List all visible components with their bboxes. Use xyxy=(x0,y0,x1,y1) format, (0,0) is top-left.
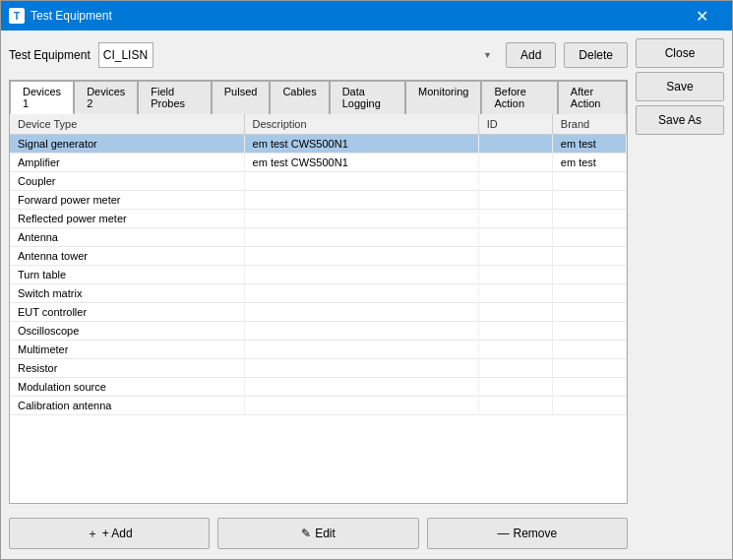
cell-id xyxy=(478,135,552,154)
table-row[interactable]: Resistor xyxy=(10,359,627,378)
edit-device-button[interactable]: ✎ Edit xyxy=(217,518,418,549)
delete-equipment-button[interactable]: Delete xyxy=(564,42,628,68)
cell-id xyxy=(478,266,552,284)
table-row[interactable]: Coupler xyxy=(10,172,627,191)
col-header-id: ID xyxy=(478,114,552,135)
cell-id xyxy=(478,359,552,378)
side-panel: Close Save Save As xyxy=(636,38,724,551)
tab-devices2[interactable]: Devices 2 xyxy=(74,81,138,114)
cell-device-type: Resistor xyxy=(10,359,244,378)
cell-device-type: EUT controller xyxy=(10,303,244,322)
close-button[interactable]: Close xyxy=(636,38,724,68)
cell-device-type: Coupler xyxy=(10,172,244,191)
cell-brand xyxy=(552,359,626,378)
cell-device-type: Signal generator xyxy=(10,135,244,154)
cell-brand: em test xyxy=(552,135,626,154)
cell-brand xyxy=(552,172,626,191)
tab-before-action[interactable]: Before Action xyxy=(481,81,557,114)
tab-field-probes[interactable]: Field Probes xyxy=(138,81,212,114)
cell-device-type: Multimeter xyxy=(10,341,244,359)
cell-device-type: Calibration antenna xyxy=(10,397,244,415)
cell-device-type: Forward power meter xyxy=(10,191,244,210)
cell-description xyxy=(244,359,478,378)
table-row[interactable]: Signal generatorem test CWS500N1em test xyxy=(10,135,627,154)
edit-device-label: Edit xyxy=(315,527,336,540)
devices-table: Device Type Description ID Brand Signal … xyxy=(10,114,627,415)
cell-device-type: Switch matrix xyxy=(10,284,244,303)
cell-device-type: Oscilloscope xyxy=(10,322,244,341)
table-row[interactable]: Reflected power meter xyxy=(10,210,627,228)
cell-device-type: Reflected power meter xyxy=(10,210,244,228)
table-row[interactable]: Turn table xyxy=(10,266,627,284)
table-row[interactable]: Calibration antenna xyxy=(10,397,627,415)
cell-description xyxy=(244,341,478,359)
cell-brand xyxy=(552,266,626,284)
remove-icon: — xyxy=(497,527,509,540)
cell-description xyxy=(244,322,478,341)
table-row[interactable]: Switch matrix xyxy=(10,284,627,303)
cell-description xyxy=(244,210,478,228)
col-header-description: Description xyxy=(244,114,478,135)
cell-brand xyxy=(552,191,626,210)
tab-pulsed[interactable]: Pulsed xyxy=(212,81,271,114)
cell-id xyxy=(478,247,552,266)
cell-description xyxy=(244,228,478,247)
main-window: T Test Equipment ✕ Test Equipment CI_LIS… xyxy=(0,0,733,560)
cell-device-type: Antenna xyxy=(10,228,244,247)
cell-id xyxy=(478,210,552,228)
tab-monitoring[interactable]: Monitoring xyxy=(405,81,481,114)
table-header-row: Device Type Description ID Brand xyxy=(10,114,627,135)
cell-device-type: Modulation source xyxy=(10,378,244,397)
cell-device-type: Amplifier xyxy=(10,154,244,172)
tab-cables[interactable]: Cables xyxy=(270,81,329,114)
cell-description xyxy=(244,172,478,191)
save-button[interactable]: Save xyxy=(636,72,724,101)
cell-brand xyxy=(552,378,626,397)
cell-description xyxy=(244,247,478,266)
cell-id xyxy=(478,303,552,322)
tab-content-devices1: Device Type Description ID Brand Signal … xyxy=(10,114,627,503)
equipment-select[interactable]: CI_LISN xyxy=(98,42,153,68)
save-as-button[interactable]: Save As xyxy=(636,105,724,135)
cell-id xyxy=(478,397,552,415)
app-icon: T xyxy=(9,8,25,24)
cell-id xyxy=(478,154,552,172)
table-row[interactable]: Antenna xyxy=(10,228,627,247)
edit-icon: ✎ xyxy=(301,527,311,540)
add-equipment-button[interactable]: Add xyxy=(506,42,556,68)
cell-id xyxy=(478,322,552,341)
cell-description xyxy=(244,378,478,397)
cell-brand xyxy=(552,247,626,266)
table-row[interactable]: Oscilloscope xyxy=(10,322,627,341)
tabs-container: Devices 1 Devices 2 Field Probes Pulsed … xyxy=(9,80,628,504)
cell-brand xyxy=(552,284,626,303)
remove-device-button[interactable]: — Remove xyxy=(427,518,628,549)
cell-device-type: Turn table xyxy=(10,266,244,284)
equipment-select-wrapper: CI_LISN xyxy=(98,42,498,68)
window-close-button[interactable]: ✕ xyxy=(679,1,724,31)
bottom-bar: ＋ + Add ✎ Edit — Remove xyxy=(9,512,628,551)
cell-id xyxy=(478,172,552,191)
cell-id xyxy=(478,191,552,210)
table-row[interactable]: EUT controller xyxy=(10,303,627,322)
tab-after-action[interactable]: After Action xyxy=(558,81,627,114)
table-row[interactable]: Amplifierem test CWS500N1em test xyxy=(10,154,627,172)
table-row[interactable]: Antenna tower xyxy=(10,247,627,266)
tab-data-logging[interactable]: Data Logging xyxy=(330,81,405,114)
cell-id xyxy=(478,284,552,303)
table-row[interactable]: Modulation source xyxy=(10,378,627,397)
col-header-brand: Brand xyxy=(552,114,626,135)
cell-device-type: Antenna tower xyxy=(10,247,244,266)
add-device-button[interactable]: ＋ + Add xyxy=(9,518,210,549)
cell-description: em test CWS500N1 xyxy=(244,135,478,154)
cell-brand xyxy=(552,322,626,341)
cell-description xyxy=(244,303,478,322)
table-row[interactable]: Forward power meter xyxy=(10,191,627,210)
main-panel: Test Equipment CI_LISN Add Delete Device… xyxy=(9,38,628,551)
tab-devices1[interactable]: Devices 1 xyxy=(10,81,74,114)
add-icon: ＋ xyxy=(87,526,98,542)
title-bar: T Test Equipment ✕ xyxy=(1,1,732,31)
window-title: Test Equipment xyxy=(31,9,679,23)
remove-device-label: Remove xyxy=(513,527,557,540)
table-row[interactable]: Multimeter xyxy=(10,341,627,359)
